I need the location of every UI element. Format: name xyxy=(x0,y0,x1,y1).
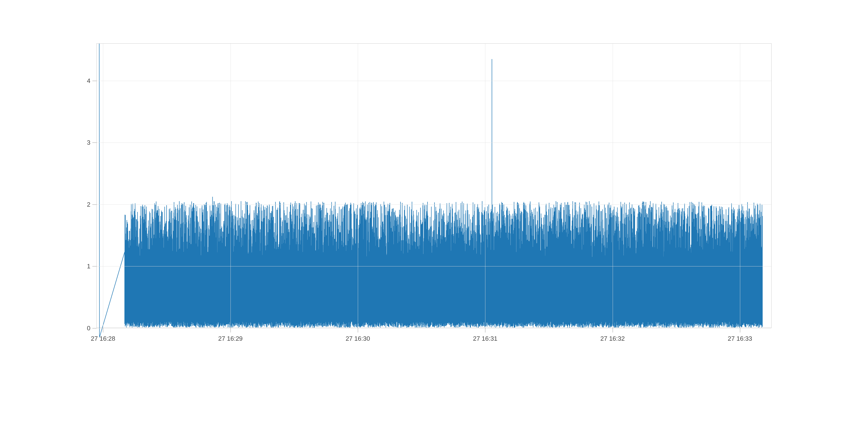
series-line xyxy=(97,44,771,328)
grid-line-y xyxy=(97,266,771,267)
tick-label-x: 27 16:28 xyxy=(91,328,115,342)
series-0-path xyxy=(99,44,763,337)
tick-label-y: 1 xyxy=(87,262,97,270)
grid-line-x xyxy=(230,44,231,328)
tick-label-y: 4 xyxy=(87,77,97,84)
chart-page: 0123427 16:2827 16:2927 16:3027 16:3127 … xyxy=(0,0,868,434)
tick-label-y: 3 xyxy=(87,139,97,146)
tick-label-x: 27 16:29 xyxy=(218,328,243,342)
grid-line-x xyxy=(358,44,358,328)
tick-label-y: 2 xyxy=(87,200,97,208)
grid-line-y xyxy=(97,205,771,205)
grid-line-y xyxy=(97,328,771,329)
grid-line-x xyxy=(740,44,740,328)
tick-label-x: 27 16:32 xyxy=(600,328,625,342)
tick-label-x: 27 16:33 xyxy=(728,328,752,342)
plot-area[interactable]: 0123427 16:2827 16:2927 16:3027 16:3127 … xyxy=(96,43,772,328)
tick-label-x: 27 16:30 xyxy=(345,328,370,342)
grid-line-x xyxy=(613,44,613,328)
grid-line-y xyxy=(97,143,771,143)
tick-label-x: 27 16:31 xyxy=(473,328,497,342)
